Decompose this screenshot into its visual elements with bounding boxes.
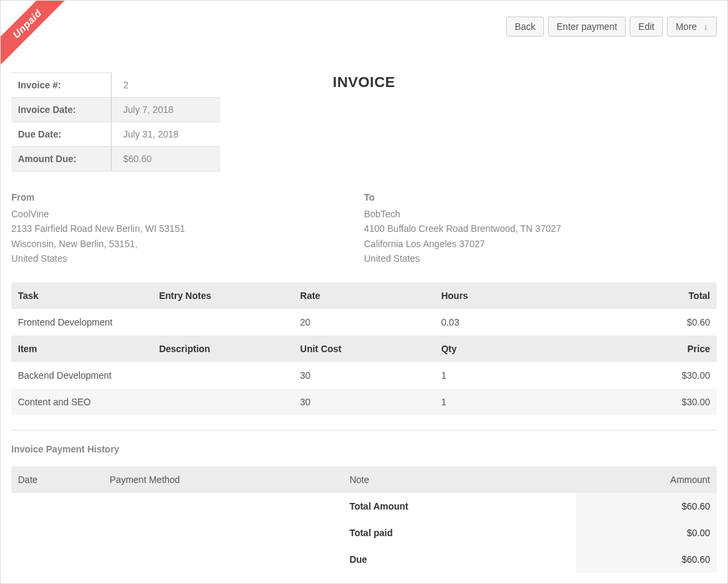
history-header-note: Note — [343, 466, 575, 493]
payment-history-table: Date Payment Method Note Ammount Total A… — [11, 466, 717, 573]
from-label: From — [11, 192, 364, 203]
more-button-label: More — [676, 21, 697, 32]
to-name: BobTech — [364, 207, 717, 221]
item-unitcost: 30 — [294, 389, 434, 415]
table-row: Content and SEO 30 1 $30.00 — [11, 389, 717, 415]
line-items-area: Task Entry Notes Rate Hours Total Fronte… — [11, 282, 717, 573]
divider — [11, 430, 717, 431]
to-line2: California Los Angeles 37027 — [364, 237, 717, 251]
tasks-table: Task Entry Notes Rate Hours Total Fronte… — [11, 282, 717, 336]
item-name: Content and SEO — [11, 389, 152, 415]
from-line1: 2133 Fairfield Road New Berlin, WI 53151 — [11, 221, 364, 236]
item-name: Backend Development — [11, 362, 152, 389]
from-country: United States — [11, 251, 364, 266]
tasks-header-hours: Hours — [434, 282, 575, 309]
tasks-header-rate: Rate — [294, 282, 434, 309]
item-description — [152, 362, 293, 389]
items-header-qty: Qty — [434, 336, 575, 362]
items-header-unitcost: Unit Cost — [294, 336, 434, 362]
tasks-header-task: Task — [11, 282, 152, 309]
invoice-meta-table: Invoice #: 2 Invoice Date: July 7, 2018 … — [11, 72, 221, 171]
table-row: Backend Development 30 1 $30.00 — [11, 362, 717, 389]
summary-total-paid-value: $0.00 — [576, 520, 717, 546]
history-header-amount: Ammount — [576, 466, 717, 493]
items-header-price: Price — [576, 336, 717, 362]
summary-due-value: $60.60 — [576, 546, 717, 573]
items-header-description: Description — [152, 336, 293, 362]
task-notes — [152, 309, 293, 336]
item-unitcost: 30 — [294, 362, 434, 389]
summary-total-amount-label: Total Amount — [343, 493, 575, 520]
history-header-method: Payment Method — [103, 466, 343, 493]
task-name: Frontend Development — [11, 309, 152, 336]
item-price: $30.00 — [576, 389, 717, 415]
to-address: To BobTech 4100 Buffalo Creek Road Brent… — [364, 192, 717, 266]
meta-value-due-date: July 31, 2018 — [111, 122, 221, 147]
meta-value-invoice-no: 2 — [111, 73, 221, 98]
more-button[interactable]: More ↓ — [667, 17, 717, 37]
summary-total-amount-value: $60.60 — [576, 493, 717, 520]
back-button[interactable]: Back — [506, 17, 544, 37]
to-label: To — [364, 192, 717, 203]
item-description — [152, 389, 293, 415]
task-hours: 0.03 — [434, 309, 575, 336]
task-rate: 20 — [294, 309, 434, 336]
tasks-header-total: Total — [576, 282, 717, 309]
item-price: $30.00 — [576, 362, 717, 389]
to-country: United States — [364, 251, 717, 266]
history-title: Invoice Payment History — [11, 444, 717, 454]
summary-total-paid-label: Total paid — [343, 520, 575, 546]
meta-label-due-date: Due Date: — [11, 122, 111, 147]
to-line1: 4100 Buffalo Creek Road Brentwood, TN 37… — [364, 221, 717, 236]
history-header-date: Date — [11, 466, 103, 493]
from-address: From CoolVine 2133 Fairfield Road New Be… — [11, 192, 364, 266]
from-name: CoolVine — [11, 207, 364, 221]
items-table: Item Description Unit Cost Qty Price Bac… — [11, 336, 717, 415]
meta-label-amount-due: Amount Due: — [11, 147, 111, 171]
summary-row-due: Due $60.60 — [11, 546, 717, 573]
meta-label-invoice-date: Invoice Date: — [11, 98, 111, 122]
edit-button[interactable]: Edit — [630, 17, 663, 37]
tasks-header-notes: Entry Notes — [152, 282, 293, 309]
task-total: $0.60 — [576, 309, 717, 336]
summary-due-label: Due — [343, 546, 575, 573]
from-line2: Wisconsin, New Berlin, 53151, — [11, 237, 364, 251]
invoice-page: Unpaid Back Enter payment Edit More ↓ IN… — [0, 0, 728, 584]
toolbar: Back Enter payment Edit More ↓ — [506, 17, 717, 37]
meta-value-invoice-date: July 7, 2018 — [111, 98, 221, 122]
summary-row-total-paid: Total paid $0.00 — [11, 520, 717, 546]
enter-payment-button[interactable]: Enter payment — [548, 17, 626, 37]
meta-value-amount-due: $60.60 — [111, 147, 221, 171]
meta-label-invoice-no: Invoice #: — [11, 73, 111, 98]
chevron-down-icon: ↓ — [703, 21, 708, 32]
status-ribbon: Unpaid — [0, 0, 74, 71]
addresses: From CoolVine 2133 Fairfield Road New Be… — [11, 192, 717, 266]
items-header-item: Item — [11, 336, 152, 362]
item-qty: 1 — [434, 389, 575, 415]
summary-row-total-amount: Total Amount $60.60 — [11, 493, 717, 520]
item-qty: 1 — [434, 362, 575, 389]
table-row: Frontend Development 20 0.03 $0.60 — [11, 309, 717, 336]
